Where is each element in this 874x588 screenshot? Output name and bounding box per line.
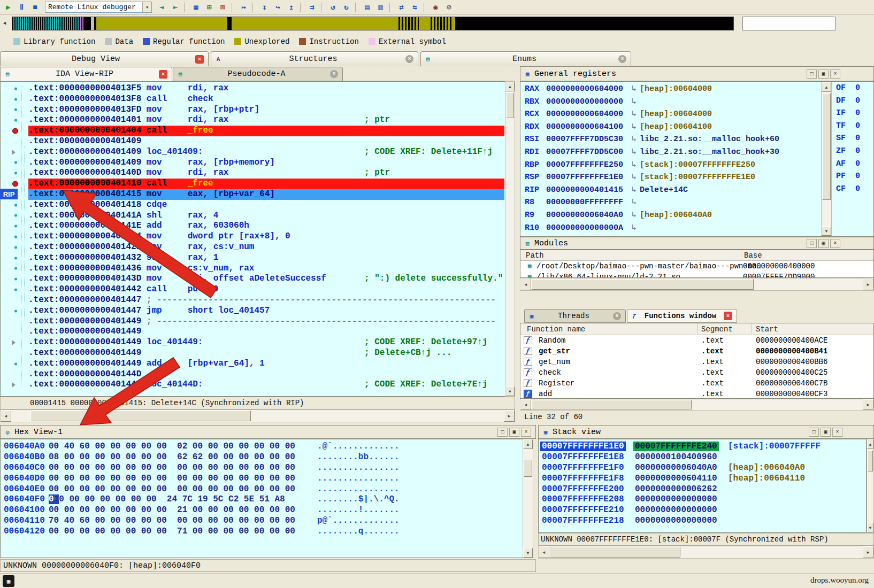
scroll-up-button[interactable]: ▲: [523, 439, 533, 449]
restart-process-icon[interactable]: ↻: [340, 1, 352, 13]
stack-row[interactable]: 00007FFFFFFFE2080000000000000000: [539, 494, 866, 505]
register-row[interactable]: RIP0000000000401415↳Delete+14C: [520, 184, 820, 197]
scroll-right-button[interactable]: ►: [863, 278, 873, 290]
disassembly-line[interactable]: .text:0000000000401449 add [rbp+var_64],…: [28, 359, 504, 369]
disassembly-line[interactable]: .text:0000000000401447 ; ---------------…: [28, 295, 504, 306]
tab-structures[interactable]: A Structures ×: [211, 51, 418, 66]
stop-process-icon[interactable]: ■: [29, 1, 41, 13]
nav-scroll-left-icon[interactable]: ◄: [3, 21, 6, 26]
disassembly-hscrollbar[interactable]: ◄ ►: [0, 409, 515, 422]
navigation-band[interactable]: [12, 17, 734, 30]
hex-row[interactable]: 006040E000 00 00 00 00 00 00 00 00 00 00…: [1, 484, 523, 495]
step-out-icon[interactable]: ⇤: [169, 1, 181, 13]
scroll-down-button[interactable]: ▼: [505, 386, 515, 396]
scroll-up-button[interactable]: ▲: [867, 439, 873, 449]
disassembly-line[interactable]: .text:0000000000401449: [28, 327, 504, 337]
functions-col-segment[interactable]: Segment: [701, 323, 733, 335]
close-icon[interactable]: ×: [724, 312, 732, 320]
maximize-button[interactable]: ▣: [818, 239, 829, 248]
close-icon[interactable]: ×: [195, 55, 204, 64]
disassembly-line[interactable]: .text:00000000004013FD mov rax, [rbp+ptr…: [28, 105, 504, 115]
separator[interactable]: [424, 2, 427, 13]
close-icon[interactable]: ×: [405, 55, 413, 63]
flag-row[interactable]: IF0: [836, 109, 874, 121]
sync-with-rip-icon[interactable]: ⇄: [395, 1, 408, 13]
separator[interactable]: [300, 2, 303, 13]
scroll-thumb[interactable]: [531, 400, 692, 409]
register-row[interactable]: RBX0000000000000000↳: [520, 96, 820, 109]
disassembly-line[interactable]: .text:00000000004013F5 mov rdi, rax: [28, 83, 504, 94]
disassembly-line[interactable]: .text:0000000000401442 call puts_0: [28, 284, 504, 295]
tab-functions-window[interactable]: ƒ Functions window ×: [627, 309, 737, 323]
register-row[interactable]: R800000000FFFFFFFF↳: [520, 197, 820, 210]
separator[interactable]: [355, 2, 358, 13]
stack-row[interactable]: 00007FFFFFFFE1E000007FFFFFFFE240[stack]:…: [539, 442, 866, 452]
disassembly-vscrollbar[interactable]: ▲ ▼: [505, 81, 515, 397]
disassembly-view[interactable]: .text:00000000004013F5 mov rdi, rax .tex…: [0, 81, 505, 397]
functions-col-name[interactable]: Function name: [527, 323, 585, 335]
scroll-thumb[interactable]: [822, 93, 831, 200]
maximize-button[interactable]: ▣: [821, 428, 831, 437]
function-row[interactable]: ƒRandom.text0000000000400ACE: [520, 335, 873, 346]
terminate-process-icon[interactable]: ⊠: [217, 1, 229, 13]
hex-row[interactable]: 006040F000 00 00 00 00 00 00 00 24 7C 19…: [1, 494, 523, 505]
functions-col-start[interactable]: Start: [756, 323, 778, 335]
run-again-icon[interactable]: ↺: [327, 1, 339, 13]
disable-breakpoint-icon[interactable]: ⊘: [443, 1, 455, 13]
modules-hscrollbar[interactable]: ◄ ►: [520, 278, 874, 291]
debugger-windows-icon[interactable]: ▦: [190, 1, 202, 13]
tab-pseudocode-a[interactable]: ▤ Pseudocode-A ×: [173, 67, 343, 81]
scroll-left-button[interactable]: ◄: [1, 410, 11, 422]
flag-row[interactable]: OF0: [836, 83, 874, 96]
scroll-thumb[interactable]: [506, 92, 514, 118]
disassembly-line[interactable]: .text:0000000000401432 sub rax, 1: [28, 253, 504, 264]
scroll-up-button[interactable]: ▲: [505, 82, 515, 91]
scroll-thumb[interactable]: [549, 547, 680, 558]
register-row[interactable]: RDX0000000000604100↳[heap]:00604100: [520, 121, 820, 134]
stackview-hscrollbar[interactable]: ◄ ►: [538, 546, 874, 559]
flag-row[interactable]: CF0: [836, 184, 874, 197]
restore-button[interactable]: □: [807, 69, 817, 79]
disassembly-line[interactable]: .text:0000000000401418 cdqe: [28, 200, 504, 211]
step-into-instruction-icon[interactable]: ↧: [258, 1, 271, 13]
open-disasm-window-icon[interactable]: ▥: [374, 1, 387, 13]
flag-row[interactable]: SF0: [836, 134, 874, 146]
scroll-down-button[interactable]: ▼: [822, 226, 831, 236]
step-into-icon[interactable]: ⇥: [156, 1, 168, 13]
separator[interactable]: [389, 2, 393, 13]
enable-breakpoint-icon[interactable]: ◉: [430, 1, 442, 13]
disassembly-line[interactable]: .text:000000000040141E add rax, 603060h: [28, 221, 504, 231]
disassembly-line[interactable]: .text:0000000000401449 ; ---------------…: [28, 316, 504, 327]
disassembly-line[interactable]: .text:0000000000401410 call _free: [28, 179, 504, 189]
function-row[interactable]: ƒadd.text0000000000400CF3: [520, 389, 873, 399]
output-window-tab-icon[interactable]: ▣: [3, 575, 14, 587]
disassembly-line[interactable]: .text:000000000040144D loc_40144D:; CODE…: [28, 380, 504, 390]
close-icon[interactable]: ×: [330, 70, 338, 78]
stack-view[interactable]: 00007FFFFFFFE1E000007FFFFFFFE240[stack]:…: [538, 439, 867, 533]
hex-view[interactable]: 006040A000 40 60 00 00 00 00 00 02 00 00…: [0, 439, 523, 558]
maximize-button[interactable]: ▣: [509, 428, 519, 437]
module-row[interactable]: ▦/lib/x86_64-linux-gnu/ld-2.21.so00007FF…: [520, 272, 873, 278]
module-row[interactable]: ▦/root/Desktop/baimao---pwn-master/baima…: [520, 261, 873, 272]
stack-row[interactable]: 00007FFFFFFFE2100000000000000000: [539, 505, 866, 516]
function-row[interactable]: ƒcheck.text0000000000400C25: [520, 367, 873, 378]
pause-process-icon[interactable]: Ⅱ: [16, 1, 28, 13]
close-button[interactable]: ×: [830, 69, 840, 79]
run-to-cursor-icon[interactable]: ↦: [237, 1, 250, 13]
function-row[interactable]: ƒRegister.text0000000000400C7B: [520, 378, 873, 389]
tab-enums[interactable]: ▤ Enums ×: [420, 51, 631, 66]
scroll-right-button[interactable]: ►: [863, 546, 873, 558]
close-button[interactable]: ×: [832, 428, 842, 437]
stack-row[interactable]: 00007FFFFFFFE1E80000000100400960: [539, 452, 866, 463]
stack-row[interactable]: 00007FFFFFFFE1F80000000000604110[heap]:0…: [539, 474, 866, 484]
disassembly-line[interactable]: .text:0000000000401409: [28, 136, 504, 147]
stack-row[interactable]: 00007FFFFFFFE2180000000000000000: [539, 516, 866, 527]
hex-row[interactable]: 0060411070 40 60 00 00 00 00 00 00 00 00…: [1, 516, 523, 527]
disassembly-line[interactable]: .text:00000000004013F8 call check: [28, 94, 504, 105]
disassembly-line[interactable]: .text:0000000000401409 loc_401409:; CODE…: [28, 147, 504, 158]
disassembly-line[interactable]: .text:0000000000401404 call _free: [28, 126, 504, 136]
scroll-right-button[interactable]: ►: [863, 399, 873, 410]
scroll-right-button[interactable]: ►: [504, 410, 515, 422]
tab-ida-view-rip[interactable]: ▤ IDA View-RIP ×: [0, 67, 172, 81]
scroll-left-button[interactable]: ◄: [539, 546, 549, 558]
